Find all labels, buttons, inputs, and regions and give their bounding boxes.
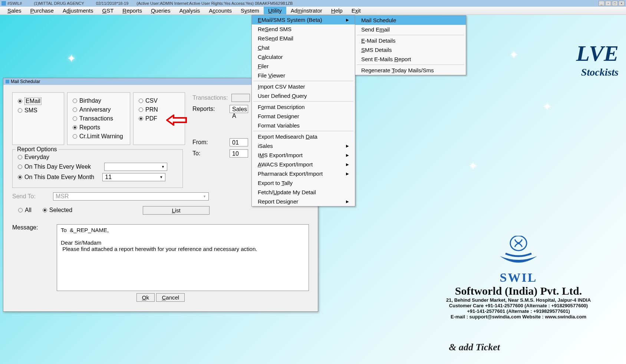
fieldset-legend: Report Options <box>16 146 59 153</box>
separator <box>357 64 464 65</box>
format-group: CSV PRN PDF <box>133 92 185 145</box>
menu-format-description[interactable]: Format Description <box>252 102 355 112</box>
menu-chat[interactable]: Chat <box>252 43 355 52</box>
menu-gst[interactable]: GST <box>98 7 118 14</box>
title-bar: #SWIL# (1)MITTAL DRUG AGENCY 02/11/2018*… <box>0 0 626 7</box>
radio-selected[interactable]: Selected <box>43 206 72 215</box>
dialog-icon <box>6 80 9 83</box>
radio-monthly[interactable]: On This Date Every Month11▼ <box>18 172 177 182</box>
menu-purchase[interactable]: Purchase <box>26 7 58 14</box>
ticket-text: & add Ticket <box>449 342 500 353</box>
menu-calculator[interactable]: Calculator <box>252 52 355 62</box>
to-input[interactable]: 10 <box>230 149 248 158</box>
cancel-button[interactable]: Cancel <box>156 293 185 302</box>
menu-resend-email[interactable]: ReSend EMail <box>252 34 355 43</box>
datetime: 02/11/2018*18-19 <box>96 1 128 6</box>
radio-all[interactable]: All <box>18 206 32 215</box>
sendto-label: Send To: <box>12 193 49 200</box>
radio-pdf[interactable]: PDF <box>139 114 179 123</box>
menu-adjustments[interactable]: Adjustments <box>58 7 98 14</box>
weekly-dropdown[interactable]: ▼ <box>104 163 167 171</box>
radio-everyday[interactable]: Everyday <box>18 153 177 162</box>
menu-system[interactable]: System <box>236 7 264 14</box>
submenu-sms-details[interactable]: SMS Details <box>355 45 466 54</box>
submenu-email-details[interactable]: E-Mail Details <box>355 36 466 45</box>
sparkle-icon: ✦ <box>509 48 518 61</box>
menu-queries[interactable]: Queries <box>146 7 175 14</box>
radio-email[interactable]: EMail <box>18 96 59 106</box>
menu-help[interactable]: Help <box>327 7 347 14</box>
to-label: To: <box>192 150 226 157</box>
menu-pharmarack-export[interactable]: Pharmarack Export/Import▶ <box>252 169 355 178</box>
menu-analysis[interactable]: Analysis <box>175 7 204 14</box>
right-fields: Transactions: Reports:Sales A From:01 To… <box>192 92 250 159</box>
brand-care2: +91-141-2577601 (Alternate : +9198295776… <box>426 308 611 314</box>
brand-contact: E-mail : support@swindia.com Website : w… <box>426 314 611 320</box>
menu-resend-sms[interactable]: ReSend SMS <box>252 24 355 34</box>
transactions-label: Transactions: <box>192 95 228 101</box>
app-icon <box>1 1 6 6</box>
separator <box>253 81 353 81</box>
menu-import-csv[interactable]: Import CSV Master <box>252 82 355 91</box>
submenu-sent-emails-report[interactable]: Sent E-Mails Report <box>355 54 466 64</box>
radio-birthday[interactable]: Birthday <box>73 96 125 105</box>
radio-reports[interactable]: Reports <box>73 123 125 132</box>
reports-input[interactable]: Sales A <box>230 105 248 113</box>
radio-sms[interactable]: SMS <box>18 106 59 115</box>
status-text: (Active User:ADMIN Internet:Active User … <box>136 1 293 6</box>
transactions-input <box>231 94 250 102</box>
monthly-dropdown[interactable]: 11▼ <box>102 173 165 181</box>
utility-dropdown: EMail/SMS System (Beta)▶ ReSend SMS ReSe… <box>251 15 355 206</box>
submenu-mail-schedule[interactable]: Mail Schedule <box>355 16 466 25</box>
menu-administrator[interactable]: Adminstrator <box>286 7 327 14</box>
menu-reports[interactable]: Reports <box>118 7 146 14</box>
menu-format-variables[interactable]: Format Variables <box>252 121 355 130</box>
radio-weekly[interactable]: On This Day Every Week▼ <box>18 162 177 172</box>
category-group: Birthday Anniversary Transactions Report… <box>67 92 130 145</box>
message-textarea[interactable] <box>57 224 309 291</box>
minimize-button[interactable]: _ <box>599 1 604 6</box>
radio-transactions[interactable]: Transactions <box>73 114 125 123</box>
menu-isales[interactable]: iSales▶ <box>252 141 355 150</box>
menu-sales[interactable]: Sales <box>3 7 26 14</box>
from-input[interactable]: 01 <box>230 138 248 146</box>
menu-user-query[interactable]: User Defined Query <box>252 91 355 100</box>
menu-fetch-update[interactable]: Fetch/Update My Detail <box>252 188 355 197</box>
menu-file-viewer[interactable]: File Viewer <box>252 71 355 80</box>
company-name: (1)MITTAL DRUG AGENCY <box>34 1 84 6</box>
dialog-title: Mail Schedular <box>11 79 40 84</box>
email-sms-submenu: Mail Schedule Send Email E-Mail Details … <box>355 15 466 75</box>
menu-accounts[interactable]: Accounts <box>204 7 236 14</box>
sparkle-icon: ✦ <box>543 100 552 113</box>
separator <box>253 131 353 131</box>
submenu-regenerate-today[interactable]: Regenerate Today Mails/Sms <box>355 66 466 75</box>
sparkle-icon: ✦ <box>67 52 76 65</box>
list-button[interactable]: List <box>143 206 210 215</box>
menu-export-tally[interactable]: Export to Tally <box>252 178 355 188</box>
menu-filer[interactable]: Filer <box>252 62 355 71</box>
menu-email-sms-system[interactable]: EMail/SMS System (Beta)▶ <box>252 15 355 24</box>
menu-utility[interactable]: Utility <box>264 7 286 14</box>
maximize-button[interactable]: □ <box>612 1 618 6</box>
menu-ims-export[interactable]: IMS Export/Import▶ <box>252 150 355 160</box>
radio-prn[interactable]: PRN <box>139 105 179 114</box>
separator <box>357 35 464 35</box>
reports-label: Reports: <box>192 106 226 112</box>
brand-name: SWIL <box>426 271 611 285</box>
close-button[interactable]: × <box>619 1 625 6</box>
radio-crlimit[interactable]: Cr.Limit Warning <box>73 132 125 141</box>
sparkle-icon: ✦ <box>468 159 478 172</box>
menu-export-medisearch[interactable]: Export Medisearch Data <box>252 132 355 141</box>
menu-exit[interactable]: Exit <box>347 7 365 14</box>
restore-button[interactable]: ▫ <box>605 1 611 6</box>
ok-button[interactable]: Ok <box>136 293 155 302</box>
menu-format-designer[interactable]: Format Designer <box>252 112 355 121</box>
radio-csv[interactable]: CSV <box>139 96 179 105</box>
brand-company: Softworld (India) Pvt. Ltd. <box>426 285 611 297</box>
sendto-dropdown[interactable]: MSR▼ <box>53 192 209 201</box>
brand-area: SWIL Softworld (India) Pvt. Ltd. 21, Beh… <box>426 236 611 320</box>
menu-awacs-export[interactable]: AWACS Export/Import▶ <box>252 160 355 169</box>
submenu-send-email[interactable]: Send Email <box>355 25 466 34</box>
radio-anniversary[interactable]: Anniversary <box>73 105 125 114</box>
menu-report-designer[interactable]: Report Designer▶ <box>252 197 355 206</box>
